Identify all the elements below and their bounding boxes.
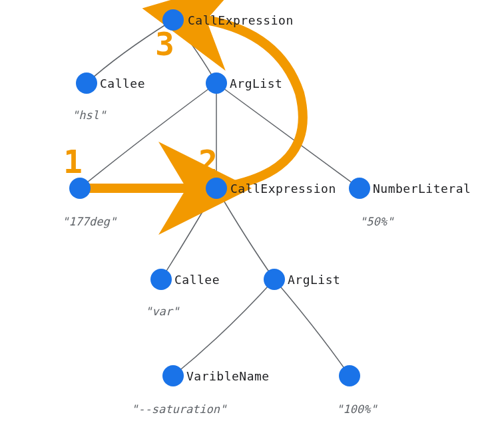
node-value: "50%" — [360, 215, 393, 228]
edge — [216, 188, 274, 279]
step-number: 2 — [198, 143, 218, 180]
node-label: ArgList — [230, 76, 282, 90]
tree-node — [264, 269, 285, 290]
edge — [173, 20, 216, 83]
tree-node — [206, 178, 227, 199]
tree-node — [76, 73, 97, 94]
edge — [161, 188, 216, 279]
node-label: VaribleName — [186, 369, 270, 383]
tree-node — [349, 178, 370, 199]
tree-node — [206, 73, 227, 94]
tree-node — [339, 365, 360, 386]
tree-node — [162, 365, 184, 386]
node-value: "var" — [145, 305, 179, 318]
step-number: 3 — [155, 25, 174, 63]
node-label: CallExpression — [188, 13, 294, 27]
edge — [173, 279, 274, 376]
node-value: "--saturation" — [131, 402, 226, 416]
tree-node — [150, 269, 172, 290]
node-label: ArgList — [288, 273, 340, 287]
step-number: 1 — [63, 143, 83, 180]
edge — [80, 83, 216, 188]
edge — [274, 279, 350, 376]
node-label: Callee — [174, 273, 220, 287]
tree-node — [69, 178, 91, 199]
edge — [216, 83, 360, 188]
node-label: Callee — [100, 76, 145, 90]
node-label: NumberLiteral — [373, 182, 471, 196]
node-value: "100%" — [336, 402, 377, 416]
node-label: CallExpression — [230, 182, 336, 196]
node-value: "hsl" — [72, 108, 106, 122]
node-value: "177deg" — [62, 215, 117, 228]
arrow-2-to-3 — [206, 20, 303, 188]
